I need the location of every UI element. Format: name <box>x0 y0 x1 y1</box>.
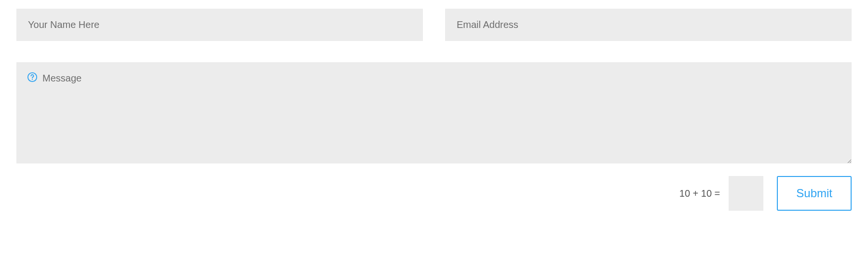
top-row <box>16 9 852 41</box>
email-input[interactable] <box>445 9 852 41</box>
submit-button[interactable]: Submit <box>777 176 852 211</box>
captcha-question: 10 + 10 = <box>679 188 720 199</box>
contact-form: 10 + 10 = Submit <box>0 0 868 230</box>
captcha-input[interactable] <box>729 176 763 211</box>
message-wrap <box>16 62 852 163</box>
name-input[interactable] <box>16 9 423 41</box>
message-textarea[interactable] <box>16 62 852 163</box>
footer-row: 10 + 10 = Submit <box>16 176 852 211</box>
